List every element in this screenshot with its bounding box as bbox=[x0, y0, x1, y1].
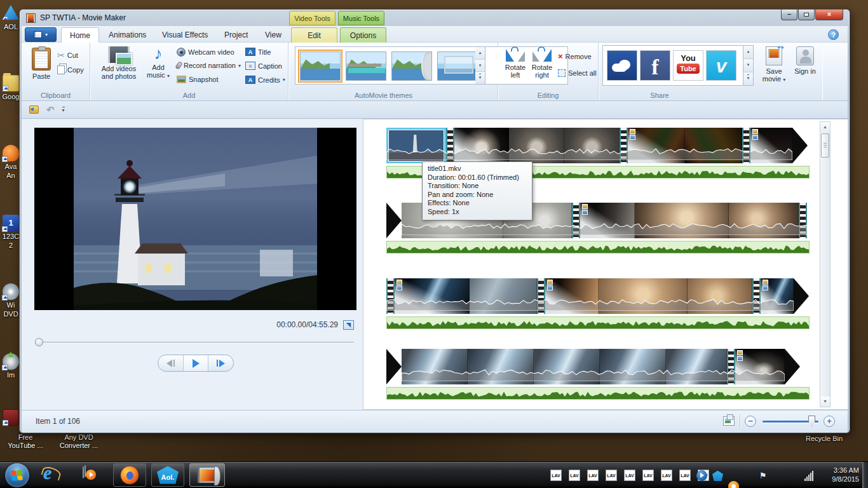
gallery-scroll-down[interactable]: ▾ bbox=[475, 60, 485, 72]
maximize-button[interactable] bbox=[798, 10, 815, 20]
theme-cinematic[interactable] bbox=[391, 51, 432, 81]
gallery-scroll-up[interactable]: ▴ bbox=[475, 47, 485, 60]
pan-zoom-indicator-icon bbox=[582, 204, 588, 215]
gallery-expand[interactable]: ▾ bbox=[743, 72, 753, 85]
gallery-expand[interactable]: ▾ bbox=[475, 72, 485, 84]
filmstrip-band bbox=[386, 278, 794, 314]
undo-icon[interactable]: ↶ bbox=[46, 104, 55, 116]
audio-track[interactable] bbox=[386, 387, 810, 400]
theme-fade[interactable] bbox=[437, 51, 478, 81]
start-button[interactable] bbox=[5, 463, 29, 487]
tray-updater-icon[interactable] bbox=[728, 481, 739, 488]
caption-button[interactable]: ≡ Caption bbox=[245, 62, 282, 70]
thumbnail-view-icon[interactable] bbox=[723, 416, 735, 426]
row-wrap-arrow-icon bbox=[794, 278, 809, 314]
lav-filter-tray-icon[interactable]: LAV bbox=[642, 470, 654, 481]
lav-filter-tray-icon[interactable]: LAV bbox=[606, 470, 617, 481]
desktop-icon-recycle-bin[interactable]: Recycle Bin bbox=[794, 435, 854, 443]
taskbar-clock[interactable]: 3:36 AM 9/8/2015 bbox=[832, 466, 859, 484]
desktop-icon-free-youtube[interactable]: Free YouTube ... bbox=[0, 433, 51, 450]
save-movie-button[interactable]: Save movie ▾ bbox=[759, 46, 789, 84]
scroll-down-button[interactable]: ▾ bbox=[820, 396, 830, 407]
tray-aol-icon[interactable] bbox=[712, 470, 723, 481]
desktop-icon-google[interactable]: Goog bbox=[1, 75, 21, 100]
tab-edit[interactable]: Edit bbox=[291, 27, 337, 43]
add-videos-button[interactable]: Add videos and photos bbox=[97, 46, 141, 80]
lav-filter-tray-icon[interactable]: LAV bbox=[569, 470, 580, 481]
desktop-icon-anydvd-converter[interactable]: Any DVD Converter ... bbox=[51, 433, 107, 450]
video-preview[interactable] bbox=[34, 128, 356, 310]
previous-frame-button[interactable] bbox=[158, 355, 184, 371]
desktop-icon-123copy[interactable]: 1 123C 2 bbox=[1, 215, 21, 249]
desktop-icon-aol[interactable]: AOL bbox=[1, 5, 21, 30]
lav-filter-tray-icon[interactable]: LAV bbox=[661, 470, 672, 481]
audio-track[interactable] bbox=[386, 241, 810, 254]
zoom-in-button[interactable]: + bbox=[824, 416, 835, 427]
scroll-up-button[interactable]: ▴ bbox=[820, 122, 830, 132]
tab-view[interactable]: View bbox=[257, 27, 290, 43]
copy-button[interactable]: Copy bbox=[57, 65, 84, 74]
onedrive-icon[interactable] bbox=[607, 50, 637, 81]
webcam-video-button[interactable]: Webcam video bbox=[177, 48, 234, 57]
theme-default[interactable] bbox=[300, 51, 341, 81]
theme-contemporary[interactable] bbox=[346, 51, 386, 81]
fullscreen-button[interactable]: ◥ bbox=[343, 320, 354, 330]
action-center-icon[interactable]: ⚑ bbox=[759, 470, 770, 481]
timeline-scrollbar[interactable]: ▴ ▾ bbox=[820, 121, 831, 407]
lav-filter-tray-icon[interactable]: LAV bbox=[587, 470, 599, 481]
lav-filter-tray-icon[interactable]: LAV bbox=[624, 470, 635, 481]
taskbar-media-player[interactable] bbox=[83, 465, 84, 477]
vimeo-icon[interactable]: v bbox=[706, 50, 736, 81]
facebook-icon[interactable]: f bbox=[640, 50, 670, 81]
lav-filter-tray-icon[interactable]: LAV bbox=[679, 470, 691, 481]
select-all-button[interactable]: Select all bbox=[558, 69, 597, 77]
taskbar-internet-explorer[interactable]: e bbox=[43, 462, 51, 484]
zoom-out-button[interactable]: − bbox=[745, 416, 756, 427]
show-desktop-button[interactable] bbox=[862, 462, 868, 488]
seek-thumb[interactable] bbox=[35, 338, 43, 346]
tab-visual-effects[interactable]: Visual Effects bbox=[154, 27, 216, 43]
lav-filter-tray-icon[interactable]: LAV bbox=[550, 470, 562, 481]
close-button[interactable]: × bbox=[815, 10, 843, 20]
taskbar-firefox[interactable] bbox=[113, 463, 146, 487]
tab-home[interactable]: Home bbox=[61, 27, 99, 43]
taskbar-aol[interactable]: Aol. bbox=[151, 463, 184, 487]
snapshot-button[interactable]: Snapshot bbox=[177, 76, 218, 83]
network-icon[interactable] bbox=[804, 470, 815, 481]
add-music-button[interactable]: ♪ Add music ▾ bbox=[145, 45, 172, 80]
seek-track[interactable] bbox=[39, 342, 354, 343]
play-button[interactable] bbox=[184, 355, 209, 371]
gallery-scroll-down[interactable]: ▾ bbox=[743, 59, 753, 72]
tab-animations[interactable]: Animations bbox=[100, 27, 154, 43]
gallery-scroll-up[interactable]: ▴ bbox=[743, 46, 753, 59]
import-icon[interactable] bbox=[29, 105, 39, 114]
cut-button[interactable]: ✂ Cut bbox=[57, 50, 78, 60]
rotate-left-button[interactable]: Rotate left bbox=[502, 48, 529, 79]
record-narration-button[interactable]: Record narration ▾ bbox=[177, 62, 241, 69]
next-frame-button[interactable] bbox=[208, 355, 233, 371]
customize-toolbar-icon[interactable]: ▾ bbox=[62, 107, 65, 113]
zoom-slider-thumb[interactable] bbox=[808, 416, 815, 426]
audio-track[interactable] bbox=[386, 316, 810, 329]
taskbar-movie-maker[interactable] bbox=[189, 463, 225, 487]
title-bar[interactable]: SP TWTIA - Movie Maker bbox=[20, 10, 850, 26]
desktop-icon-imgburn[interactable]: Im bbox=[1, 353, 21, 379]
paste-button[interactable]: Paste bbox=[27, 48, 56, 80]
sign-in-button[interactable]: Sign in bbox=[793, 46, 817, 75]
landscape-icon bbox=[392, 58, 421, 69]
rotate-right-button[interactable]: Rotate right bbox=[529, 48, 555, 79]
desktop-icon-partial[interactable] bbox=[1, 409, 21, 426]
tab-options[interactable]: Options bbox=[340, 27, 386, 43]
file-menu-button[interactable]: ▾ bbox=[25, 27, 57, 42]
tray-media-icon[interactable] bbox=[696, 470, 707, 481]
tab-project[interactable]: Project bbox=[216, 27, 256, 43]
remove-button[interactable]: × Remove bbox=[558, 51, 592, 61]
help-button[interactable]: ? bbox=[828, 29, 839, 40]
title-button[interactable]: A Title bbox=[245, 48, 271, 56]
credits-button[interactable]: A Credits ▾ bbox=[245, 76, 285, 84]
youtube-icon[interactable]: You Tube bbox=[673, 50, 703, 81]
minimize-button[interactable]: – bbox=[781, 10, 797, 20]
scroll-thumb[interactable] bbox=[821, 133, 829, 158]
desktop-icon-avast[interactable]: Ava An bbox=[1, 145, 21, 179]
desktop-icon-windvd[interactable]: Wi DVD bbox=[1, 283, 21, 318]
